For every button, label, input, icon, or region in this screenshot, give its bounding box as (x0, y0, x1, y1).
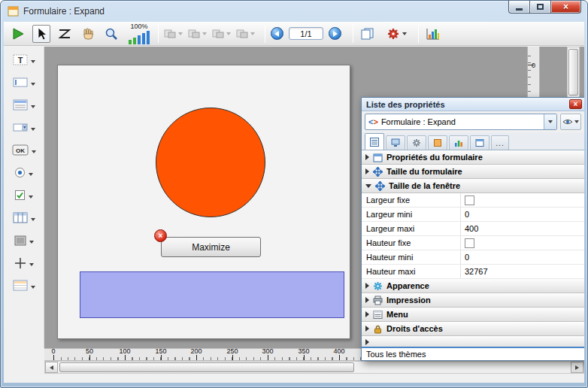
props-tab-note[interactable] (428, 135, 447, 150)
partial-section-row (362, 336, 584, 347)
zoom-bars-icon (129, 31, 150, 44)
chevron-down-icon (548, 120, 553, 123)
page-indicator[interactable]: 1/1 (289, 27, 323, 40)
properties-close-button[interactable]: × (569, 99, 582, 109)
window-icon (475, 138, 484, 147)
section-appearance[interactable]: Apparence (362, 279, 584, 293)
props-tab-chart[interactable] (449, 135, 468, 150)
property-row-hauteur-maxi: Hauteur maxi 32767 (362, 265, 584, 279)
section-form-properties[interactable]: Propriétés du formulaire (362, 150, 584, 165)
rectangle-control[interactable] (80, 271, 344, 318)
chevron-down-icon[interactable] (31, 83, 35, 86)
chevron-down-icon[interactable] (31, 128, 35, 131)
props-tab-detail[interactable] (407, 135, 426, 150)
element-selector-combo[interactable]: <> Formulaire : Expand (365, 114, 557, 130)
section-access-rights[interactable]: Droits d'accès (362, 322, 584, 336)
toolbox-item-looper[interactable] (13, 281, 35, 293)
resize-icon (373, 167, 383, 177)
pages-button[interactable] (359, 25, 377, 43)
select-tool-button[interactable] (32, 25, 50, 43)
props-tab-display[interactable] (386, 135, 405, 150)
chevron-down-icon[interactable] (29, 173, 33, 176)
chevron-down-icon[interactable] (402, 32, 407, 35)
section-menu[interactable]: Menu (362, 308, 584, 322)
note-icon (433, 138, 442, 147)
align-tool-button-1[interactable] (164, 29, 183, 39)
maximize-window-button[interactable] (529, 1, 551, 14)
toolbox-item-button[interactable]: OK (12, 146, 36, 157)
run-test-button[interactable] (9, 25, 27, 43)
properties-title-bar[interactable]: Liste des propriétés × (362, 98, 584, 111)
minimize-button[interactable] (508, 1, 530, 14)
section-window-size[interactable]: Taille de la fenêtre (362, 179, 584, 193)
largeur-maxi-value[interactable]: 400 (461, 222, 584, 235)
pan-tool-button[interactable] (79, 25, 97, 43)
chevron-down-icon[interactable] (31, 286, 35, 289)
props-tab-overflow[interactable]: ... (491, 135, 509, 150)
chevron-down-icon[interactable] (32, 150, 36, 153)
gear-icon (386, 27, 400, 41)
chevron-down-icon[interactable] (202, 32, 207, 35)
chevron-down-icon[interactable] (29, 196, 33, 199)
toolbox-item-edit-field[interactable] (13, 78, 35, 89)
close-button[interactable]: × (550, 1, 581, 14)
error-badge-icon[interactable]: × (154, 229, 167, 242)
chevron-down-icon[interactable] (31, 218, 35, 221)
monitor-icon (391, 138, 400, 147)
previous-page-button[interactable] (271, 27, 283, 40)
zoom-tool-button[interactable] (102, 25, 120, 43)
largeur-mini-value[interactable]: 0 (461, 208, 584, 221)
chevron-down-icon[interactable] (574, 120, 579, 123)
property-row-largeur-fixe: Largeur fixe (362, 193, 584, 208)
toolbox-item-image[interactable] (14, 236, 34, 247)
maximize-button-control[interactable]: Maximize (161, 237, 261, 257)
ellipse-control[interactable] (156, 108, 265, 217)
props-tab-window[interactable] (470, 135, 489, 150)
scroll-right-button[interactable] (571, 362, 583, 373)
toolbox-item-splitter[interactable] (14, 259, 34, 270)
horizontal-scrollbar-thumb[interactable] (59, 362, 354, 372)
toolbox-item-static-text[interactable]: T (13, 56, 35, 67)
chevron-down-icon[interactable] (29, 241, 34, 244)
tab-order-tool-button[interactable] (56, 25, 74, 43)
hauteur-mini-value[interactable]: 0 (461, 250, 584, 264)
chevron-down-icon[interactable] (31, 60, 35, 63)
chevron-down-icon[interactable] (250, 32, 255, 35)
align-tool-button-4[interactable] (236, 29, 255, 39)
compile-button[interactable] (386, 27, 407, 41)
zoom-level-indicator[interactable]: 100% (126, 23, 153, 44)
toolbox-item-table[interactable] (13, 214, 35, 225)
form-type-icon: <> (368, 117, 378, 126)
form-canvas[interactable]: × Maximize (57, 65, 350, 339)
toolbox-item-checkbox[interactable] (14, 191, 33, 202)
form-icon (373, 153, 383, 162)
properties-grid: Propriétés du formulaire Taille du formu… (362, 150, 584, 347)
chevron-down-icon[interactable] (178, 32, 183, 35)
chevron-down-icon[interactable] (31, 105, 35, 108)
menu-icon (373, 310, 383, 320)
chevron-down-icon[interactable] (29, 263, 34, 266)
hauteur-fixe-checkbox[interactable] (465, 238, 474, 248)
section-form-size[interactable]: Taille du formulaire (362, 165, 584, 179)
theme-selector[interactable]: Tous les thèmes (362, 347, 584, 360)
align-tool-button-2[interactable] (188, 29, 207, 39)
chevron-down-icon[interactable] (226, 32, 231, 35)
title-bar[interactable]: Formulaire : Expand × (1, 1, 587, 22)
combo-dropdown-button[interactable] (544, 114, 556, 129)
chart-wizard-button[interactable] (424, 25, 442, 43)
toolbar-separator (158, 25, 159, 43)
align-tool-button-3[interactable] (212, 29, 231, 39)
props-tab-general[interactable] (365, 133, 384, 150)
toolbox-item-combo-box[interactable] (13, 123, 35, 135)
scroll-left-button[interactable] (45, 362, 58, 373)
vertical-scrollbar-thumb[interactable] (568, 49, 578, 95)
section-print[interactable]: Impression (362, 293, 584, 308)
hauteur-maxi-value[interactable]: 32767 (461, 265, 584, 278)
view-options-button[interactable] (560, 114, 581, 130)
horizontal-scrollbar[interactable] (44, 361, 584, 374)
largeur-fixe-checkbox[interactable] (465, 196, 474, 205)
next-page-button[interactable] (329, 27, 341, 40)
toolbox-item-list-box[interactable] (13, 101, 35, 112)
magnifier-icon (105, 27, 118, 41)
toolbox-item-radio-button[interactable] (14, 168, 33, 180)
